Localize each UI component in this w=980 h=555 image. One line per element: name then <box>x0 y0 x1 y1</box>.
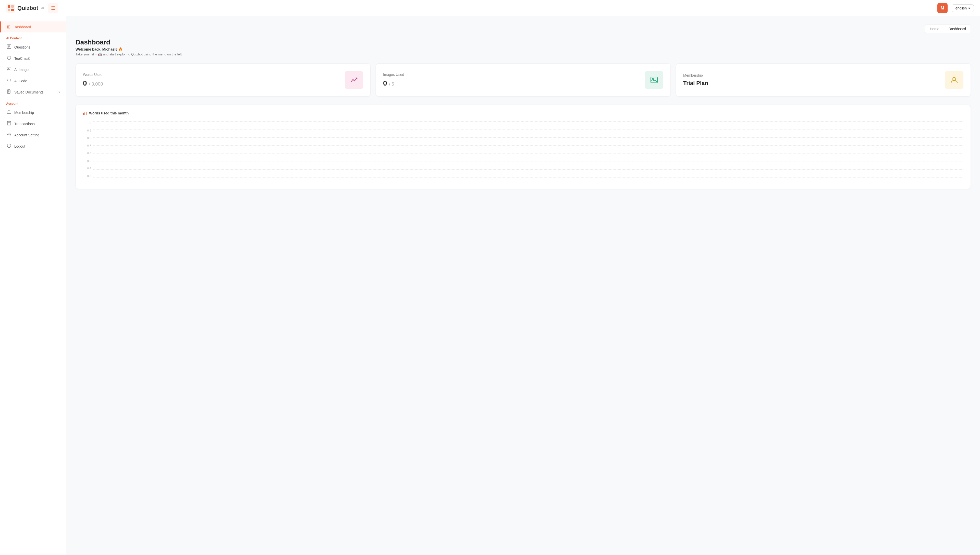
main-layout: ⊞ Dashboard AI Content Questions TeaChat… <box>0 16 980 555</box>
breadcrumb-current: Dashboard <box>944 25 971 33</box>
membership-value: Trial Plan <box>683 80 708 87</box>
svg-rect-3 <box>8 9 10 11</box>
svg-point-21 <box>8 134 10 135</box>
header-left: Quizbot.ai ☰ <box>6 3 58 13</box>
logout-icon <box>7 144 11 149</box>
sidebar-label-questions: Questions <box>14 45 30 49</box>
sidebar-label-teachat: TeaChat© <box>14 56 30 61</box>
svg-rect-10 <box>7 67 11 71</box>
trend-up-icon <box>349 75 358 85</box>
stat-card-words-info: Words Used 0 / 3,000 <box>83 72 103 87</box>
sidebar-item-dashboard[interactable]: ⊞ Dashboard <box>0 21 66 32</box>
svg-rect-1 <box>8 5 10 8</box>
svg-rect-26 <box>83 113 84 115</box>
breadcrumb-bar: Home Dashboard <box>75 24 971 33</box>
logo-suffix: .ai <box>40 6 44 10</box>
saved-documents-icon <box>7 90 11 95</box>
sidebar-label-saved-documents: Saved Documents <box>14 90 43 94</box>
svg-rect-16 <box>7 111 11 113</box>
ai-images-icon <box>7 67 11 72</box>
sidebar-item-transactions[interactable]: Transactions <box>0 118 66 130</box>
words-icon-box <box>345 71 363 89</box>
sidebar-label-account-setting: Account Setting <box>14 133 39 137</box>
svg-point-11 <box>8 68 9 69</box>
sidebar: ⊞ Dashboard AI Content Questions TeaChat… <box>0 16 66 555</box>
y-label-05: 0.5 <box>87 159 92 162</box>
header-right: M english ▾ <box>937 3 974 13</box>
logo: Quizbot.ai <box>6 3 44 13</box>
stat-cards: Words Used 0 / 3,000 Images Used <box>75 63 971 96</box>
svg-rect-23 <box>651 77 657 83</box>
dashboard-icon: ⊞ <box>7 24 10 30</box>
account-setting-icon <box>7 132 11 138</box>
stat-card-images-info: Images Used 0 / 5 <box>383 72 404 87</box>
person-icon <box>950 75 959 85</box>
logo-icon <box>6 3 15 13</box>
image-icon <box>649 75 659 85</box>
chart-title: Words used this month <box>89 111 129 115</box>
sidebar-label-ai-code: AI Code <box>14 79 27 83</box>
breadcrumb-home[interactable]: Home <box>925 25 944 33</box>
sidebar-item-ai-code[interactable]: AI Code <box>0 75 66 87</box>
chart-area: 1.0 0.9 0.8 0.7 0.6 0.5 0.4 0.3 <box>83 121 963 183</box>
language-label: english <box>956 6 967 10</box>
chart-header: Words used this month <box>83 111 963 115</box>
transactions-icon <box>7 121 11 127</box>
page-subtitle: Welcome back, Michael8 🔥 <box>75 47 971 51</box>
y-label-09: 0.9 <box>87 129 92 132</box>
main-content: Home Dashboard Dashboard Welcome back, M… <box>66 16 980 555</box>
svg-point-25 <box>953 77 956 80</box>
app-header: Quizbot.ai ☰ M english ▾ <box>0 0 980 16</box>
membership-label: Membership <box>683 73 708 77</box>
sidebar-item-questions[interactable]: Questions <box>0 42 66 53</box>
images-used-value: 0 / 5 <box>383 79 404 87</box>
language-selector[interactable]: english ▾ <box>952 4 974 12</box>
breadcrumb: Home Dashboard <box>925 24 971 33</box>
sidebar-item-ai-images[interactable]: AI Images <box>0 64 66 75</box>
sidebar-item-membership[interactable]: Membership <box>0 107 66 118</box>
svg-rect-2 <box>11 5 14 8</box>
sidebar-label-transactions: Transactions <box>14 122 35 126</box>
sidebar-label-logout: Logout <box>14 144 25 148</box>
sidebar-item-teachat[interactable]: TeaChat© <box>0 53 66 64</box>
stat-card-membership-info: Membership Trial Plan <box>683 73 708 87</box>
membership-icon-box <box>945 71 963 89</box>
user-avatar-button[interactable]: M <box>937 3 948 13</box>
language-arrow: ▾ <box>968 6 970 10</box>
svg-point-9 <box>7 56 11 60</box>
sidebar-label-ai-images: AI Images <box>14 68 30 72</box>
sidebar-item-logout[interactable]: Logout <box>0 141 66 152</box>
sidebar-label-dashboard: Dashboard <box>14 25 31 29</box>
sidebar-label-membership: Membership <box>14 111 34 115</box>
y-label-07: 0.7 <box>87 144 92 147</box>
chart-bar-icon <box>83 111 87 115</box>
stat-card-words: Words Used 0 / 3,000 <box>75 63 371 96</box>
svg-rect-0 <box>6 3 15 13</box>
stat-card-membership: Membership Trial Plan <box>676 63 971 96</box>
y-label-03: 0.3 <box>87 175 92 178</box>
saved-documents-badge: ▾ <box>58 90 60 94</box>
page-description: Take your 🖥 + 🤖 and start exploring Quiz… <box>75 52 971 56</box>
ai-content-section-label: AI Content <box>0 32 66 42</box>
stat-card-images: Images Used 0 / 5 <box>376 63 671 96</box>
y-label-1: 1.0 <box>87 121 92 124</box>
page-title: Dashboard <box>75 38 971 46</box>
svg-rect-28 <box>86 112 86 115</box>
logo-text: Quizbot <box>18 5 38 11</box>
y-label-04: 0.4 <box>87 167 92 170</box>
images-used-label: Images Used <box>383 72 404 77</box>
y-label-06: 0.6 <box>87 152 92 155</box>
words-used-label: Words Used <box>83 72 103 77</box>
ai-code-icon <box>7 78 11 84</box>
svg-rect-4 <box>11 9 14 11</box>
y-label-08: 0.8 <box>87 136 92 140</box>
membership-icon <box>7 110 11 115</box>
hamburger-button[interactable]: ☰ <box>48 3 58 13</box>
questions-icon <box>7 45 11 50</box>
chart-section: Words used this month 1.0 0.9 0.8 0.7 0.… <box>75 105 971 189</box>
sidebar-item-account-setting[interactable]: Account Setting <box>0 130 66 141</box>
images-icon-box <box>645 71 663 89</box>
chart-svg <box>93 121 963 183</box>
sidebar-item-saved-documents[interactable]: Saved Documents ▾ <box>0 87 66 98</box>
words-used-value: 0 / 3,000 <box>83 79 103 87</box>
